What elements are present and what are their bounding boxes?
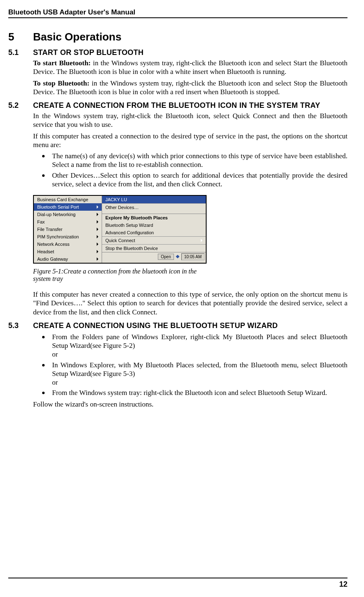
list-item: Other Devices…Select this option to sear… xyxy=(33,171,347,189)
submenu-item-selected: JACKY LU xyxy=(102,196,206,203)
section-5-1-body: To start Bluetooth: in the Windows syste… xyxy=(8,59,347,96)
section-number: 5.2 xyxy=(8,101,33,110)
section-5-2-heading: 5.2 CREATE A CONNECTION FROM THE BLUETOO… xyxy=(8,101,347,110)
menu-item: Dial-up Networking xyxy=(34,211,102,218)
menu-item: Advanced Configuration xyxy=(102,229,206,236)
paragraph: To start Bluetooth: in the Windows syste… xyxy=(33,59,347,76)
menu-item: Audio Gateway xyxy=(34,255,102,263)
figure-5-1: Business Card Exchange Bluetooth Serial … xyxy=(33,195,207,283)
bullet-text: The name(s) of any device(s) with which … xyxy=(52,152,347,169)
bold-label: To stop Bluetooth: xyxy=(33,79,89,87)
section-5-3-body: From the Folders pane of Windows Explore… xyxy=(8,333,347,409)
bullet-list: From the Folders pane of Windows Explore… xyxy=(33,333,347,397)
section-5-3-heading: 5.3 CREATE A CONNECTION USING THE BLUETO… xyxy=(8,321,347,330)
submenu-arrow-icon xyxy=(97,235,98,238)
submenu-arrow-icon xyxy=(97,213,98,216)
chapter-title: Basic Operations xyxy=(33,31,121,43)
bullet-list: The name(s) of any device(s) with which … xyxy=(33,152,347,188)
header-title: Bluetooth USB Adapter User's Manual xyxy=(8,8,136,17)
submenu-arrow-icon xyxy=(97,243,98,246)
taskbar-tray: Open ❖ 10:05 AM xyxy=(102,252,206,261)
menu-left-pane: Business Card Exchange Bluetooth Serial … xyxy=(34,196,102,263)
bullet-icon xyxy=(42,155,45,157)
list-item: From the Folders pane of Windows Explore… xyxy=(33,333,347,359)
bullet-text: Other Devices…Select this option to sear… xyxy=(52,171,347,189)
section-5-1-heading: 5.1 START OR STOP BLUETOOTH xyxy=(8,48,347,57)
submenu-arrow-icon xyxy=(97,250,98,253)
menu-item: Stop the Bluetooth Device xyxy=(102,245,206,252)
open-button: Open xyxy=(158,254,174,260)
context-menu-screenshot: Business Card Exchange Bluetooth Serial … xyxy=(33,195,207,264)
chapter-number: 5 xyxy=(8,31,33,43)
bullet-icon xyxy=(42,174,45,177)
list-item: In Windows Explorer, with My Bluetooth P… xyxy=(33,361,347,387)
main-context-menu: Explore My Bluetooth Places Bluetooth Se… xyxy=(102,214,206,252)
section-title: CREATE A CONNECTION FROM THE BLUETOOTH I… xyxy=(33,101,320,110)
bullet-icon xyxy=(42,364,45,366)
menu-item: Fax xyxy=(34,218,102,226)
list-item: The name(s) of any device(s) with which … xyxy=(33,152,347,169)
submenu-arrow-icon xyxy=(97,228,98,231)
section-title: CREATE A CONNECTION USING THE BLUETOOTH … xyxy=(33,321,278,330)
page-number: 12 xyxy=(8,580,347,589)
page-header: Bluetooth USB Adapter User's Manual xyxy=(8,8,347,18)
paragraph: To stop Bluetooth: in the Windows system… xyxy=(33,79,347,97)
paragraph: In the Windows system tray, right-click … xyxy=(33,112,347,129)
bullet-icon xyxy=(42,392,45,394)
submenu-arrow-icon xyxy=(201,239,202,242)
paragraph: If this computer has never created a con… xyxy=(33,290,347,316)
clock: 10:05 AM xyxy=(181,253,205,260)
bullet-icon xyxy=(42,336,45,338)
submenu-item: Other Devices… xyxy=(102,204,206,211)
menu-item: Headset xyxy=(34,248,102,255)
menu-item-explore: Explore My Bluetooth Places xyxy=(102,214,206,221)
submenu-arrow-icon xyxy=(97,257,98,261)
cursor-icon xyxy=(197,197,202,202)
menu-item: File Transfer xyxy=(34,226,102,233)
section-number: 5.1 xyxy=(8,48,33,57)
menu-item: Bluetooth Setup Wizard xyxy=(102,221,206,229)
bold-label: To start Bluetooth: xyxy=(33,59,91,67)
paragraph: Follow the wizard's on-screen instructio… xyxy=(33,400,347,409)
bullet-text: From the Windows system tray: right-clic… xyxy=(52,388,347,397)
figure-caption: Figure 5-1:Create a connection from the … xyxy=(33,268,207,283)
chapter-heading: 5 Basic Operations xyxy=(8,31,347,43)
page-footer: 12 xyxy=(8,578,347,589)
submenu-arrow-icon xyxy=(97,205,98,209)
menu-item: PIM Synchronization xyxy=(34,233,102,240)
bullet-text: From the Folders pane of Windows Explore… xyxy=(52,333,347,359)
submenu-arrow-icon xyxy=(97,220,98,224)
paragraph: If this computer has created a connectio… xyxy=(33,132,347,150)
section-5-2-body: In the Windows system tray, right-click … xyxy=(8,112,347,316)
bluetooth-tray-icon: ❖ xyxy=(176,254,180,259)
list-item: From the Windows system tray: right-clic… xyxy=(33,388,347,397)
menu-item-selected: Bluetooth Serial Port xyxy=(34,203,102,211)
menu-item-quick-connect: Quick Connect xyxy=(102,237,206,244)
menu-item: Network Access xyxy=(34,240,102,248)
bullet-text: In Windows Explorer, with My Bluetooth P… xyxy=(52,361,347,387)
section-number: 5.3 xyxy=(8,321,33,330)
submenu: JACKY LU Other Devices… xyxy=(102,196,206,211)
section-title: START OR STOP BLUETOOTH xyxy=(33,48,144,57)
menu-right-pane: JACKY LU Other Devices… Explore My Bluet… xyxy=(102,196,206,263)
menu-item: Business Card Exchange xyxy=(34,196,102,203)
